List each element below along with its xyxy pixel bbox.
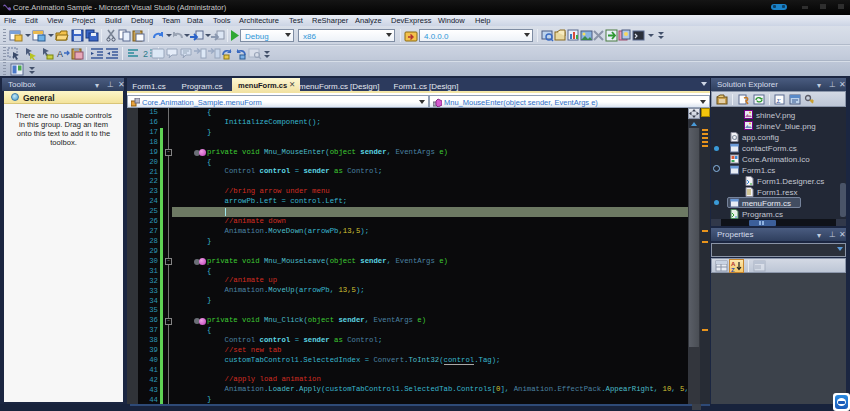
- svg-text:Z: Z: [731, 267, 735, 272]
- svg-text:2: 2: [143, 49, 148, 59]
- svg-text:A: A: [57, 49, 63, 59]
- svg-text:Σ: Σ: [776, 97, 782, 105]
